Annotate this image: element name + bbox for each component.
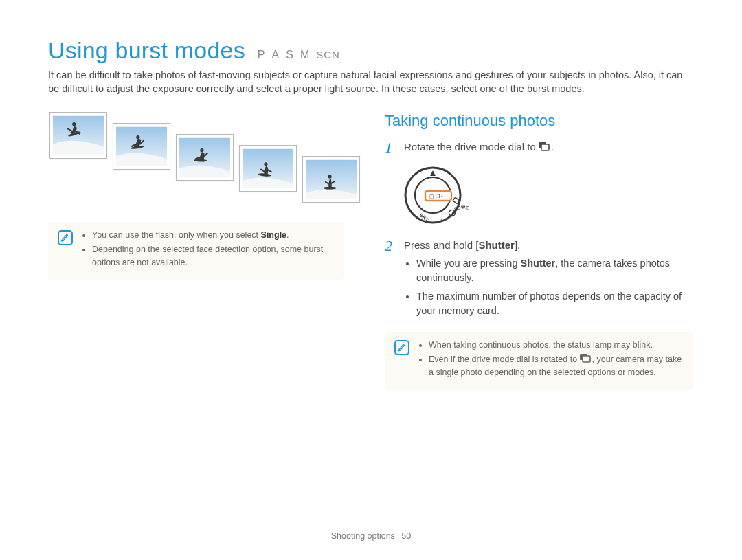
thumb-5 (302, 156, 360, 203)
drive-mode-dial: ▢ ❐ • POWER BKT 2 (403, 162, 694, 225)
mode-a: A (272, 49, 281, 61)
step-number: 1 (385, 139, 394, 155)
text: The maximum number of photos depends on … (416, 291, 682, 316)
right-note-list: When taking continuous photos, the statu… (418, 339, 684, 380)
columns: You can use the flash, only when you sel… (48, 112, 694, 390)
svg-rect-28 (583, 356, 590, 362)
text: When taking continuous photos, the statu… (429, 340, 653, 350)
list-item: The maximum number of photos depends on … (416, 289, 694, 318)
thumb-3 (176, 134, 234, 203)
svg-point-2 (72, 122, 76, 126)
list-item: Depending on the selected face detection… (92, 243, 334, 269)
thumb-1 (49, 112, 107, 203)
right-note-box: When taking continuous photos, the statu… (385, 332, 694, 390)
left-note-box: You can use the flash, only when you sel… (48, 222, 344, 280)
list-item: Even if the drive mode dial is rotated t… (429, 353, 684, 379)
continuous-icon (539, 141, 551, 150)
step-body: Press and hold [Shutter]. While you are … (404, 238, 694, 322)
svg-point-8 (200, 148, 203, 152)
intro-text: It can be difficult to take photos of fa… (48, 68, 694, 96)
svg-point-11 (264, 162, 267, 166)
text: You can use the flash, only when you sel… (92, 230, 261, 240)
burst-thumbnails (48, 112, 344, 203)
title-row: Using burst modes P A S M SCN (48, 37, 694, 64)
svg-point-5 (136, 135, 139, 139)
mode-m: M (300, 49, 311, 61)
note-icon (394, 340, 409, 355)
bold-text: Shutter (521, 258, 556, 269)
list-item: You can use the flash, only when you sel… (92, 229, 334, 242)
svg-text:▢ ❐ •: ▢ ❐ • (429, 194, 443, 199)
text: Even if the drive mode dial is rotated t… (429, 355, 580, 364)
list-item: While you are pressing Shutter, the came… (416, 256, 694, 285)
thumb-2 (113, 123, 170, 203)
right-column: Taking continuous photos 1 Rotate the dr… (385, 112, 694, 390)
section-title: Taking continuous photos (385, 112, 694, 130)
step-1: 1 Rotate the drive mode dial to . (385, 139, 694, 155)
bold-text: Shutter (478, 239, 515, 251)
note-icon (58, 230, 73, 245)
step-2-bullets: While you are pressing Shutter, the came… (404, 256, 694, 318)
page-footer: Shooting options 50 (0, 531, 742, 541)
svg-text:2: 2 (440, 218, 442, 223)
footer-page-number: 50 (401, 531, 411, 541)
text: . (286, 230, 289, 240)
list-item: When taking continuous photos, the statu… (429, 339, 684, 352)
footer-section: Shooting options (331, 531, 395, 541)
page-title: Using burst modes (48, 37, 245, 64)
mode-letters: P A S M SCN (258, 49, 340, 61)
text: Rotate the drive mode dial to (404, 141, 539, 153)
text: ]. (515, 239, 520, 251)
thumb-4 (239, 145, 297, 203)
step-2: 2 Press and hold [Shutter]. While you ar… (385, 238, 694, 322)
svg-point-14 (328, 175, 331, 178)
mode-s: S (286, 49, 295, 61)
manual-page: Using burst modes P A S M SCN It can be … (0, 0, 742, 560)
step-number: 2 (385, 238, 394, 322)
mode-p: P (258, 49, 267, 61)
text: Depending on the selected face detection… (92, 245, 323, 267)
text: Press and hold [ (404, 239, 478, 251)
step-body: Rotate the drive mode dial to . (404, 139, 694, 155)
mode-scn: SCN (316, 49, 340, 60)
text: While you are pressing (416, 258, 521, 269)
bold-text: Single (261, 230, 287, 240)
left-note-list: You can use the flash, only when you sel… (81, 229, 334, 270)
text: . (551, 141, 554, 153)
left-column: You can use the flash, only when you sel… (48, 112, 344, 390)
svg-rect-16 (541, 144, 549, 150)
continuous-icon (580, 354, 592, 363)
